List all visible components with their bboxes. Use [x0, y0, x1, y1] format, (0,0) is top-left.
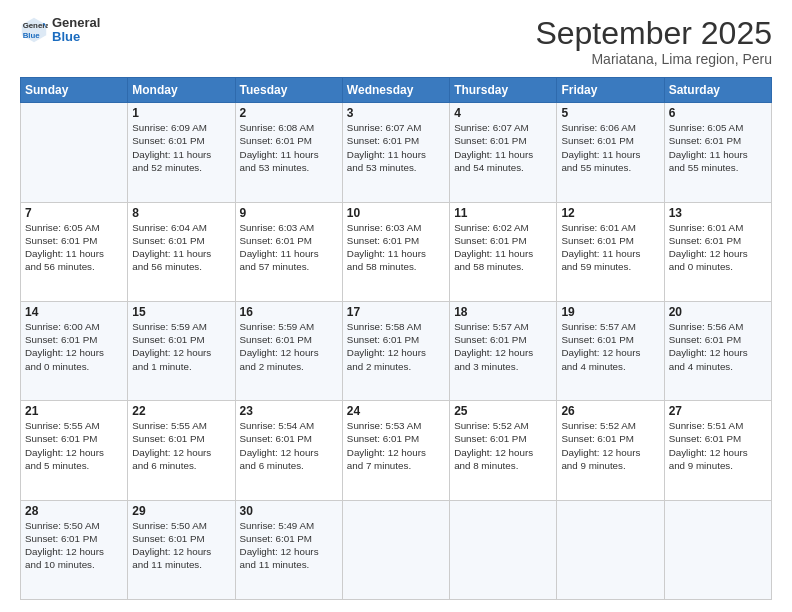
day-info: Sunrise: 6:07 AMSunset: 6:01 PMDaylight:… [454, 121, 552, 174]
logo-icon: General Blue [20, 16, 48, 44]
calendar-cell: 30Sunrise: 5:49 AMSunset: 6:01 PMDayligh… [235, 500, 342, 599]
col-monday: Monday [128, 78, 235, 103]
day-info: Sunrise: 6:04 AMSunset: 6:01 PMDaylight:… [132, 221, 230, 274]
calendar-cell: 15Sunrise: 5:59 AMSunset: 6:01 PMDayligh… [128, 301, 235, 400]
svg-text:Blue: Blue [23, 31, 41, 40]
calendar-cell: 28Sunrise: 5:50 AMSunset: 6:01 PMDayligh… [21, 500, 128, 599]
calendar-cell: 3Sunrise: 6:07 AMSunset: 6:01 PMDaylight… [342, 103, 449, 202]
calendar-cell: 23Sunrise: 5:54 AMSunset: 6:01 PMDayligh… [235, 401, 342, 500]
calendar-cell: 22Sunrise: 5:55 AMSunset: 6:01 PMDayligh… [128, 401, 235, 500]
header: General Blue General Blue September 2025… [20, 16, 772, 67]
day-number: 4 [454, 106, 552, 120]
calendar-cell: 8Sunrise: 6:04 AMSunset: 6:01 PMDaylight… [128, 202, 235, 301]
calendar-week-2: 7Sunrise: 6:05 AMSunset: 6:01 PMDaylight… [21, 202, 772, 301]
day-info: Sunrise: 5:59 AMSunset: 6:01 PMDaylight:… [240, 320, 338, 373]
day-info: Sunrise: 6:02 AMSunset: 6:01 PMDaylight:… [454, 221, 552, 274]
calendar-cell: 5Sunrise: 6:06 AMSunset: 6:01 PMDaylight… [557, 103, 664, 202]
day-number: 19 [561, 305, 659, 319]
day-number: 7 [25, 206, 123, 220]
day-info: Sunrise: 5:50 AMSunset: 6:01 PMDaylight:… [132, 519, 230, 572]
calendar-title: September 2025 [535, 16, 772, 51]
calendar-week-3: 14Sunrise: 6:00 AMSunset: 6:01 PMDayligh… [21, 301, 772, 400]
day-number: 27 [669, 404, 767, 418]
calendar-week-5: 28Sunrise: 5:50 AMSunset: 6:01 PMDayligh… [21, 500, 772, 599]
calendar-cell [21, 103, 128, 202]
day-info: Sunrise: 6:05 AMSunset: 6:01 PMDaylight:… [669, 121, 767, 174]
day-number: 26 [561, 404, 659, 418]
calendar-header-row: Sunday Monday Tuesday Wednesday Thursday… [21, 78, 772, 103]
day-info: Sunrise: 6:03 AMSunset: 6:01 PMDaylight:… [240, 221, 338, 274]
day-number: 12 [561, 206, 659, 220]
logo-general: General [52, 16, 100, 30]
day-number: 28 [25, 504, 123, 518]
day-info: Sunrise: 5:59 AMSunset: 6:01 PMDaylight:… [132, 320, 230, 373]
day-info: Sunrise: 6:00 AMSunset: 6:01 PMDaylight:… [25, 320, 123, 373]
day-info: Sunrise: 5:58 AMSunset: 6:01 PMDaylight:… [347, 320, 445, 373]
calendar-cell: 13Sunrise: 6:01 AMSunset: 6:01 PMDayligh… [664, 202, 771, 301]
day-info: Sunrise: 5:54 AMSunset: 6:01 PMDaylight:… [240, 419, 338, 472]
day-info: Sunrise: 5:56 AMSunset: 6:01 PMDaylight:… [669, 320, 767, 373]
logo-blue: Blue [52, 30, 100, 44]
col-thursday: Thursday [450, 78, 557, 103]
calendar-cell: 29Sunrise: 5:50 AMSunset: 6:01 PMDayligh… [128, 500, 235, 599]
calendar-cell [664, 500, 771, 599]
day-info: Sunrise: 5:57 AMSunset: 6:01 PMDaylight:… [454, 320, 552, 373]
day-number: 8 [132, 206, 230, 220]
day-number: 30 [240, 504, 338, 518]
day-number: 22 [132, 404, 230, 418]
calendar-week-4: 21Sunrise: 5:55 AMSunset: 6:01 PMDayligh… [21, 401, 772, 500]
day-number: 13 [669, 206, 767, 220]
day-info: Sunrise: 5:49 AMSunset: 6:01 PMDaylight:… [240, 519, 338, 572]
calendar-cell: 1Sunrise: 6:09 AMSunset: 6:01 PMDaylight… [128, 103, 235, 202]
calendar-cell: 2Sunrise: 6:08 AMSunset: 6:01 PMDaylight… [235, 103, 342, 202]
col-wednesday: Wednesday [342, 78, 449, 103]
day-number: 1 [132, 106, 230, 120]
col-friday: Friday [557, 78, 664, 103]
page: General Blue General Blue September 2025… [0, 0, 792, 612]
calendar-cell: 24Sunrise: 5:53 AMSunset: 6:01 PMDayligh… [342, 401, 449, 500]
day-info: Sunrise: 5:57 AMSunset: 6:01 PMDaylight:… [561, 320, 659, 373]
calendar-cell: 18Sunrise: 5:57 AMSunset: 6:01 PMDayligh… [450, 301, 557, 400]
calendar-cell: 6Sunrise: 6:05 AMSunset: 6:01 PMDaylight… [664, 103, 771, 202]
calendar-cell: 11Sunrise: 6:02 AMSunset: 6:01 PMDayligh… [450, 202, 557, 301]
day-number: 20 [669, 305, 767, 319]
day-info: Sunrise: 5:55 AMSunset: 6:01 PMDaylight:… [132, 419, 230, 472]
day-number: 24 [347, 404, 445, 418]
calendar-cell: 4Sunrise: 6:07 AMSunset: 6:01 PMDaylight… [450, 103, 557, 202]
day-number: 17 [347, 305, 445, 319]
title-block: September 2025 Mariatana, Lima region, P… [535, 16, 772, 67]
calendar-cell: 27Sunrise: 5:51 AMSunset: 6:01 PMDayligh… [664, 401, 771, 500]
calendar-cell: 21Sunrise: 5:55 AMSunset: 6:01 PMDayligh… [21, 401, 128, 500]
calendar-cell [342, 500, 449, 599]
day-info: Sunrise: 6:03 AMSunset: 6:01 PMDaylight:… [347, 221, 445, 274]
logo: General Blue General Blue [20, 16, 100, 45]
day-number: 25 [454, 404, 552, 418]
day-info: Sunrise: 5:55 AMSunset: 6:01 PMDaylight:… [25, 419, 123, 472]
day-number: 10 [347, 206, 445, 220]
day-number: 2 [240, 106, 338, 120]
calendar-cell: 7Sunrise: 6:05 AMSunset: 6:01 PMDaylight… [21, 202, 128, 301]
day-info: Sunrise: 6:08 AMSunset: 6:01 PMDaylight:… [240, 121, 338, 174]
calendar-cell: 16Sunrise: 5:59 AMSunset: 6:01 PMDayligh… [235, 301, 342, 400]
svg-text:General: General [23, 22, 48, 31]
col-tuesday: Tuesday [235, 78, 342, 103]
calendar-cell: 26Sunrise: 5:52 AMSunset: 6:01 PMDayligh… [557, 401, 664, 500]
day-number: 9 [240, 206, 338, 220]
calendar-subtitle: Mariatana, Lima region, Peru [535, 51, 772, 67]
day-info: Sunrise: 6:01 AMSunset: 6:01 PMDaylight:… [561, 221, 659, 274]
calendar-table: Sunday Monday Tuesday Wednesday Thursday… [20, 77, 772, 600]
calendar-cell: 20Sunrise: 5:56 AMSunset: 6:01 PMDayligh… [664, 301, 771, 400]
day-number: 5 [561, 106, 659, 120]
calendar-cell: 14Sunrise: 6:00 AMSunset: 6:01 PMDayligh… [21, 301, 128, 400]
day-info: Sunrise: 6:01 AMSunset: 6:01 PMDaylight:… [669, 221, 767, 274]
calendar-cell: 17Sunrise: 5:58 AMSunset: 6:01 PMDayligh… [342, 301, 449, 400]
day-info: Sunrise: 5:52 AMSunset: 6:01 PMDaylight:… [561, 419, 659, 472]
day-info: Sunrise: 6:06 AMSunset: 6:01 PMDaylight:… [561, 121, 659, 174]
calendar-week-1: 1Sunrise: 6:09 AMSunset: 6:01 PMDaylight… [21, 103, 772, 202]
calendar-cell [450, 500, 557, 599]
day-number: 16 [240, 305, 338, 319]
day-info: Sunrise: 5:51 AMSunset: 6:01 PMDaylight:… [669, 419, 767, 472]
day-number: 18 [454, 305, 552, 319]
calendar-cell: 12Sunrise: 6:01 AMSunset: 6:01 PMDayligh… [557, 202, 664, 301]
day-number: 3 [347, 106, 445, 120]
